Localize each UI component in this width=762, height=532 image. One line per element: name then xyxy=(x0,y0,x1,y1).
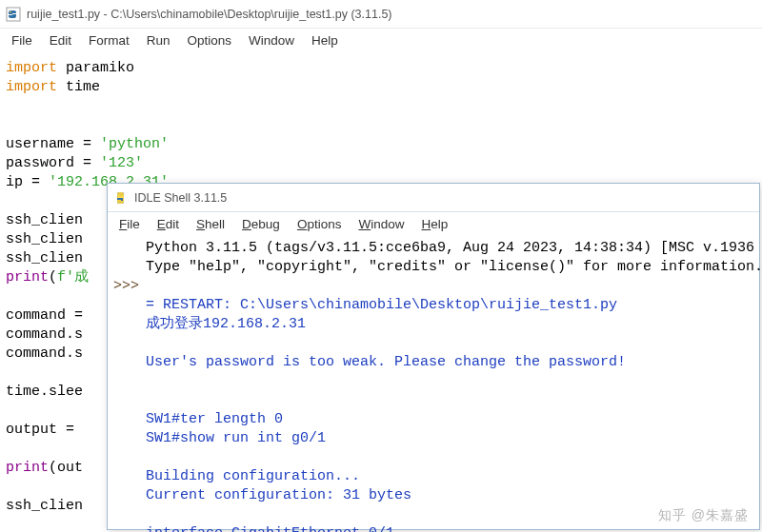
svg-point-2 xyxy=(13,16,15,18)
shell-output: SW1#ter length 0 xyxy=(146,410,283,429)
shell-line: Python 3.11.5 (tags/v3.11.5:cce6ba9, Aug… xyxy=(113,239,753,258)
shell-line: 成功登录192.168.2.31 xyxy=(113,315,753,334)
menu-edit[interactable]: Edit xyxy=(42,31,79,49)
code-token: time xyxy=(57,79,100,95)
shell-output: User's password is too weak. Please chan… xyxy=(146,353,626,372)
code-token: print xyxy=(6,269,49,286)
code-token: command.s xyxy=(6,326,83,343)
menu-rest: ptions xyxy=(307,217,341,231)
shell-menu-window[interactable]: Window xyxy=(351,215,411,233)
shell-restart: = RESTART: C:\Users\chinamobile\Desktop\… xyxy=(146,296,626,315)
code-token: ( xyxy=(49,269,57,286)
shell-line xyxy=(113,334,753,353)
code-token: output = xyxy=(6,422,83,438)
menu-rest: indow xyxy=(371,217,404,231)
shell-output-area[interactable]: Python 3.11.5 (tags/v3.11.5:cce6ba9, Aug… xyxy=(108,235,759,532)
shell-banner: Python 3.11.5 (tags/v3.11.5:cce6ba9, Aug… xyxy=(146,239,762,258)
shell-line: Current configuration: 31 bytes xyxy=(113,486,753,505)
menu-mnemonic: W xyxy=(358,217,371,231)
menu-file[interactable]: File xyxy=(4,31,40,49)
shell-window[interactable]: IDLE Shell 3.11.5 File Edit Shell Debug … xyxy=(107,183,760,530)
code-token: ssh_clien xyxy=(6,231,83,247)
python-file-icon xyxy=(6,7,21,22)
code-token: import xyxy=(6,60,57,76)
shell-menu-options[interactable]: Options xyxy=(290,215,350,233)
svg-point-1 xyxy=(10,10,11,12)
menu-help[interactable]: Help xyxy=(304,31,346,49)
code-token: password = xyxy=(6,155,100,171)
editor-title: ruijie_test1.py - C:\Users\chinamobile\D… xyxy=(27,8,392,21)
menu-rest: dit xyxy=(166,217,179,231)
code-token: import xyxy=(6,79,57,95)
shell-line: Building configuration... xyxy=(113,467,753,486)
code-token: 'python' xyxy=(100,136,169,152)
code-token: ip = xyxy=(6,174,49,190)
code-token: command = xyxy=(6,307,83,324)
menu-format[interactable]: Format xyxy=(81,31,137,49)
shell-output: 成功登录192.168.2.31 xyxy=(146,315,306,334)
shell-line: Type "help", "copyright", "credits" or "… xyxy=(113,258,753,277)
shell-titlebar[interactable]: IDLE Shell 3.11.5 xyxy=(108,184,759,212)
code-token: paramiko xyxy=(57,60,134,76)
editor-titlebar[interactable]: ruijie_test1.py - C:\Users\chinamobile\D… xyxy=(0,0,762,29)
menu-rest: elp xyxy=(431,217,448,231)
menu-run[interactable]: Run xyxy=(139,31,178,49)
menu-mnemonic: S xyxy=(196,217,205,231)
shell-line: User's password is too weak. Please chan… xyxy=(113,353,753,372)
menu-mnemonic: H xyxy=(421,217,431,231)
menu-window[interactable]: Window xyxy=(241,31,302,49)
shell-menu-help[interactable]: Help xyxy=(413,215,455,233)
shell-line xyxy=(113,391,753,410)
code-token: f'成 xyxy=(57,269,89,286)
shell-output: SW1#show run int g0/1 xyxy=(146,429,326,448)
shell-menu-debug[interactable]: Debug xyxy=(234,215,288,233)
shell-title: IDLE Shell 3.11.5 xyxy=(134,191,227,205)
shell-banner: Type "help", "copyright", "credits" or "… xyxy=(146,258,762,277)
shell-output: Current configuration: 31 bytes xyxy=(146,486,411,505)
watermark: 知乎 @朱嘉盛 xyxy=(658,507,749,524)
menu-mnemonic: F xyxy=(119,217,127,231)
code-token: username = xyxy=(6,136,100,152)
code-token: '123' xyxy=(100,155,143,171)
code-token: ssh_clien xyxy=(6,250,83,266)
menu-mnemonic: D xyxy=(242,217,251,231)
shell-line: interface GigabitEthernet 0/1 xyxy=(113,524,753,532)
shell-line xyxy=(113,448,753,467)
shell-menu-file[interactable]: File xyxy=(111,215,148,233)
menu-rest: hell xyxy=(205,217,225,231)
idle-icon xyxy=(113,190,129,206)
shell-line xyxy=(113,372,753,391)
code-token: command.s xyxy=(6,345,83,362)
menu-mnemonic: O xyxy=(297,217,308,231)
menu-options[interactable]: Options xyxy=(180,31,240,49)
shell-output: Building configuration... xyxy=(146,467,360,486)
menu-rest: ebug xyxy=(251,217,280,231)
shell-menu-edit[interactable]: Edit xyxy=(150,215,187,233)
code-token: (out xyxy=(49,460,83,476)
shell-line: SW1#show run int g0/1 xyxy=(113,429,753,448)
shell-line: SW1#ter length 0 xyxy=(113,410,753,429)
menu-rest: ile xyxy=(127,217,140,231)
shell-line: >>> xyxy=(113,277,753,296)
menu-mnemonic: E xyxy=(157,217,166,231)
editor-menubar: File Edit Format Run Options Window Help xyxy=(0,29,762,51)
code-token: time.slee xyxy=(6,384,83,400)
shell-menu-shell[interactable]: Shell xyxy=(189,215,232,233)
code-token: ssh_clien xyxy=(6,212,83,228)
shell-prompt: >>> xyxy=(113,277,146,296)
shell-menubar: File Edit Shell Debug Options Window Hel… xyxy=(108,212,759,235)
shell-line: = RESTART: C:\Users\chinamobile\Desktop\… xyxy=(113,296,753,315)
code-token: ssh_clien xyxy=(6,498,83,514)
shell-output: interface GigabitEthernet 0/1 xyxy=(146,524,394,532)
code-token: print xyxy=(6,460,49,476)
